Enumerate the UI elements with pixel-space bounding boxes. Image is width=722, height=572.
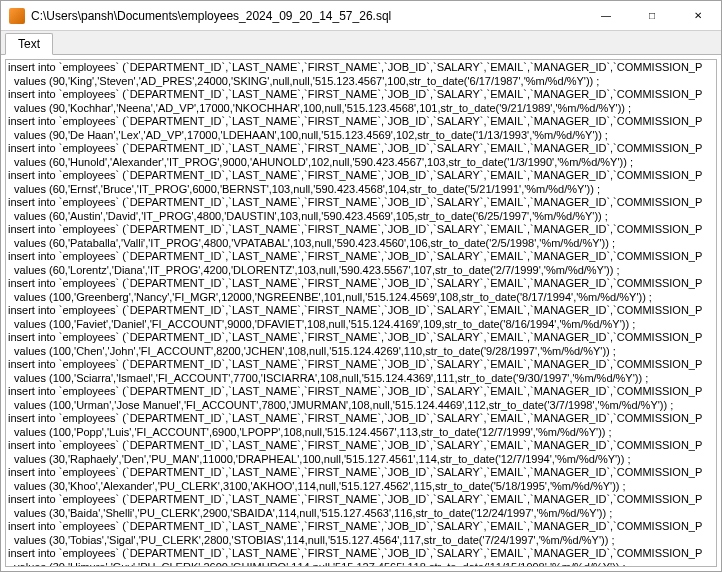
sql-line: insert into `employees` (`DEPARTMENT_ID`… [8,520,714,534]
sql-line: insert into `employees` (`DEPARTMENT_ID`… [8,385,714,399]
sql-line: values (100,'Faviet','Daniel','FI_ACCOUN… [8,318,714,332]
sql-line: insert into `employees` (`DEPARTMENT_ID`… [8,412,714,426]
sql-line: values (30,'Himuro','Guy','PU_CLERK',260… [8,561,714,568]
sql-line: insert into `employees` (`DEPARTMENT_ID`… [8,547,714,561]
window-buttons: — □ ✕ [583,1,721,30]
sql-line: values (30,'Khoo','Alexander','PU_CLERK'… [8,480,714,494]
sql-line: values (90,'Kochhar','Neena','AD_VP',170… [8,102,714,116]
sql-line: insert into `employees` (`DEPARTMENT_ID`… [8,331,714,345]
maximize-icon: □ [649,10,655,21]
sql-line: insert into `employees` (`DEPARTMENT_ID`… [8,466,714,480]
sql-line: values (60,'Lorentz','Diana','IT_PROG',4… [8,264,714,278]
sql-line: insert into `employees` (`DEPARTMENT_ID`… [8,358,714,372]
sql-line: insert into `employees` (`DEPARTMENT_ID`… [8,277,714,291]
window-titlebar: C:\Users\pansh\Documents\employees_2024_… [1,1,721,31]
window-title: C:\Users\pansh\Documents\employees_2024_… [31,9,583,23]
content-area: insert into `employees` (`DEPARTMENT_ID`… [1,55,721,571]
close-icon: ✕ [694,10,702,21]
app-icon [9,8,25,24]
sql-line: values (30,'Baida','Shelli','PU_CLERK',2… [8,507,714,521]
sql-line: values (60,'Pataballa','Valli','IT_PROG'… [8,237,714,251]
sql-line: insert into `employees` (`DEPARTMENT_ID`… [8,115,714,129]
tab-bar: Text [1,31,721,55]
sql-text-viewer[interactable]: insert into `employees` (`DEPARTMENT_ID`… [5,59,717,567]
sql-line: values (30,'Raphaely','Den','PU_MAN',110… [8,453,714,467]
sql-line: insert into `employees` (`DEPARTMENT_ID`… [8,61,714,75]
sql-line: insert into `employees` (`DEPARTMENT_ID`… [8,88,714,102]
sql-line: values (100,'Chen','John','FI_ACCOUNT',8… [8,345,714,359]
maximize-button[interactable]: □ [629,1,675,30]
sql-line: insert into `employees` (`DEPARTMENT_ID`… [8,493,714,507]
close-button[interactable]: ✕ [675,1,721,30]
sql-line: insert into `employees` (`DEPARTMENT_ID`… [8,223,714,237]
minimize-icon: — [601,10,611,21]
sql-line: values (100,'Greenberg','Nancy','FI_MGR'… [8,291,714,305]
sql-line: values (90,'King','Steven','AD_PRES',240… [8,75,714,89]
sql-line: insert into `employees` (`DEPARTMENT_ID`… [8,169,714,183]
sql-line: insert into `employees` (`DEPARTMENT_ID`… [8,196,714,210]
sql-line: values (30,'Tobias','Sigal','PU_CLERK',2… [8,534,714,548]
sql-line: values (60,'Ernst','Bruce','IT_PROG',600… [8,183,714,197]
minimize-button[interactable]: — [583,1,629,30]
sql-line: insert into `employees` (`DEPARTMENT_ID`… [8,304,714,318]
tab-text-label: Text [18,37,40,51]
sql-line: values (100,'Urman','Jose Manuel','FI_AC… [8,399,714,413]
sql-line: insert into `employees` (`DEPARTMENT_ID`… [8,439,714,453]
sql-line: insert into `employees` (`DEPARTMENT_ID`… [8,142,714,156]
tab-text[interactable]: Text [5,33,53,55]
sql-line: values (90,'De Haan','Lex','AD_VP',17000… [8,129,714,143]
sql-line: values (100,'Popp','Luis','FI_ACCOUNT',6… [8,426,714,440]
sql-line: insert into `employees` (`DEPARTMENT_ID`… [8,250,714,264]
sql-line: values (100,'Sciarra','Ismael','FI_ACCOU… [8,372,714,386]
sql-line: values (60,'Austin','David','IT_PROG',48… [8,210,714,224]
sql-line: values (60,'Hunold','Alexander','IT_PROG… [8,156,714,170]
